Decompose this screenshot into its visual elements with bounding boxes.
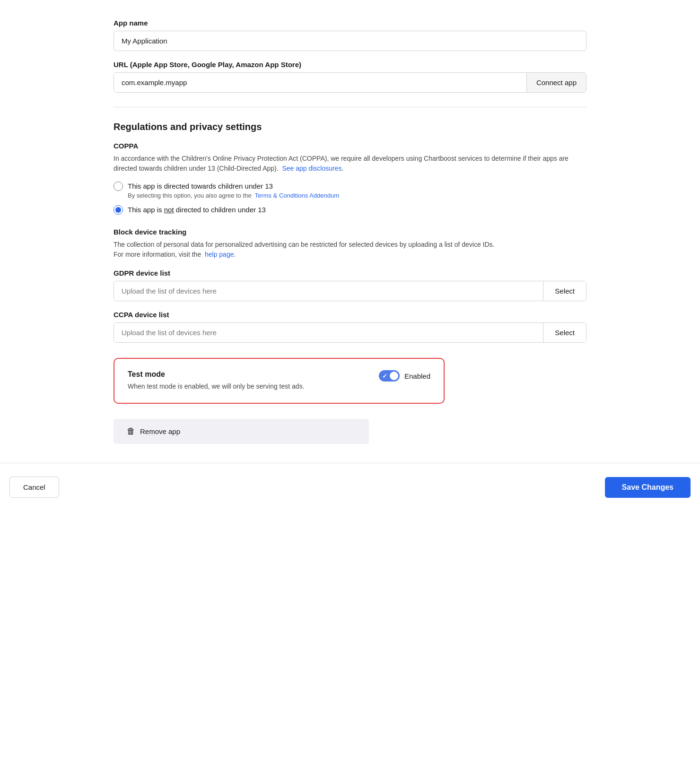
see-disclosures-link[interactable]: See app disclosures xyxy=(282,165,341,172)
remove-app-label: Remove app xyxy=(140,427,180,435)
connect-app-button[interactable]: Connect app xyxy=(526,73,586,92)
ccpa-input[interactable] xyxy=(114,323,543,342)
cancel-button[interactable]: Cancel xyxy=(9,477,59,498)
coppa-title: COPPA xyxy=(114,142,586,150)
enabled-label: Enabled xyxy=(404,372,430,380)
url-row: Connect app xyxy=(114,72,586,93)
ccpa-device-list-row: Select xyxy=(114,322,586,343)
radio-directed-sub: By selecting this option, you also agree… xyxy=(128,192,339,199)
test-mode-left: Test mode When test mode is enabled, we … xyxy=(128,370,368,391)
terms-conditions-link[interactable]: Terms & Conditions Addendum xyxy=(255,192,339,199)
not-underline-text: not xyxy=(164,206,174,214)
regulations-section-title: Regulations and privacy settings xyxy=(114,121,586,132)
coppa-description: In accordance with the Children's Online… xyxy=(114,154,586,174)
radio-directed-label: This app is directed towards children un… xyxy=(128,181,339,191)
gdpr-select-button[interactable]: Select xyxy=(543,281,586,301)
radio-option-not-child[interactable]: This app is not directed to children und… xyxy=(114,205,586,215)
block-tracking-title: Block device tracking xyxy=(114,228,586,236)
remove-app-button[interactable]: 🗑 Remove app xyxy=(114,419,369,444)
block-tracking-description: The collection of personal data for pers… xyxy=(114,240,586,260)
radio-not-directed-label: This app is not directed to children und… xyxy=(128,205,266,215)
bottom-bar: Cancel Save Changes xyxy=(0,463,700,511)
radio-directed-input[interactable] xyxy=(114,182,123,191)
trash-icon: 🗑 xyxy=(127,426,135,436)
ccpa-label: CCPA device list xyxy=(114,311,586,319)
gdpr-label: GDPR device list xyxy=(114,269,586,277)
radio-not-directed-input[interactable] xyxy=(114,205,123,215)
test-mode-right: ✓ Enabled xyxy=(379,370,430,382)
radio-option-child[interactable]: This app is directed towards children un… xyxy=(114,181,586,199)
app-name-label: App name xyxy=(114,19,586,27)
ccpa-select-button[interactable]: Select xyxy=(543,323,586,342)
block-tracking-section: Block device tracking The collection of … xyxy=(114,228,586,343)
gdpr-input[interactable] xyxy=(114,281,543,301)
save-changes-button[interactable]: Save Changes xyxy=(605,477,691,498)
test-mode-box: Test mode When test mode is enabled, we … xyxy=(114,358,445,404)
help-page-link[interactable]: help page xyxy=(205,251,234,258)
url-input[interactable] xyxy=(114,73,526,92)
gdpr-device-list-row: Select xyxy=(114,281,586,301)
test-mode-title: Test mode xyxy=(128,370,368,379)
test-mode-description: When test mode is enabled, we will only … xyxy=(128,382,368,391)
app-name-input[interactable] xyxy=(114,31,586,51)
coppa-section: COPPA In accordance with the Children's … xyxy=(114,142,586,215)
url-label: URL (Apple App Store, Google Play, Amazo… xyxy=(114,61,586,69)
coppa-radio-group: This app is directed towards children un… xyxy=(114,181,586,215)
test-mode-toggle[interactable]: ✓ xyxy=(379,370,400,382)
divider-1 xyxy=(114,107,586,107)
toggle-slider: ✓ xyxy=(379,370,400,382)
toggle-checkmark-icon: ✓ xyxy=(382,373,387,380)
